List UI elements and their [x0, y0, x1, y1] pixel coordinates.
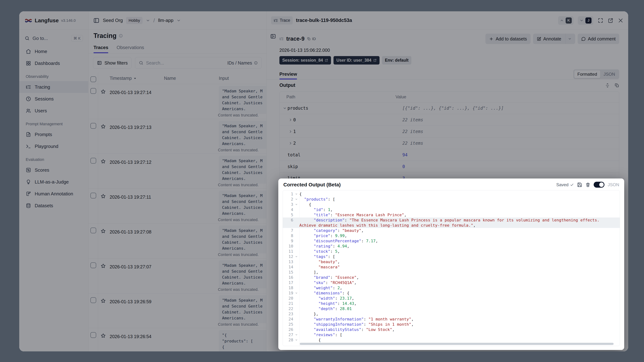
code-line[interactable]: 27 "reviews": [ [283, 332, 620, 338]
select-all-checkbox[interactable] [90, 76, 96, 82]
row-checkbox[interactable] [90, 123, 96, 129]
bookmark-star-icon[interactable] [100, 194, 106, 199]
code-line[interactable]: 24 "warrantyInformation": "1 month warra… [283, 316, 620, 322]
code-line[interactable]: 8 "price": 9.99, [283, 233, 620, 238]
row-checkbox[interactable] [90, 193, 96, 198]
row-checkbox[interactable] [90, 297, 96, 303]
open-in-new-icon[interactable] [608, 18, 614, 23]
row-checkbox[interactable] [90, 88, 96, 94]
bookmark-star-icon[interactable] [100, 124, 106, 130]
annotate-dropdown-chevron-icon[interactable] [568, 37, 572, 40]
fold-chevron-icon[interactable] [295, 255, 298, 258]
chevron-right-icon[interactable] [288, 130, 293, 134]
bookmark-star-icon[interactable] [100, 228, 106, 234]
output-row[interactable]: products [{"id": ...}, {"id": ...}, {"id… [280, 102, 619, 114]
code-line[interactable]: 6 "description": "The Essence Mascara La… [283, 218, 620, 228]
code-line[interactable]: 23 }, [283, 311, 620, 316]
fold-chevron-icon[interactable] [295, 203, 298, 206]
sidebar-item[interactable]: Tracing [19, 81, 88, 93]
prev-trace-button[interactable]: K [558, 16, 574, 25]
code-line[interactable]: 11 "stock": 5, [283, 249, 620, 254]
org-name[interactable]: Seed Org [103, 18, 123, 23]
chevron-right-icon[interactable] [288, 141, 293, 145]
bookmark-star-icon[interactable] [100, 263, 106, 269]
resize-handle-icon[interactable] [605, 83, 610, 88]
next-trace-button[interactable]: J [578, 16, 593, 25]
code-line[interactable]: 26 "availabilityStatus": "Low Stock", [283, 327, 620, 332]
code-line[interactable]: 7 "category": "beauty", [283, 228, 620, 233]
bookmark-star-icon[interactable] [100, 158, 106, 164]
code-line[interactable]: 10 "rating": 4.94, [283, 244, 620, 249]
column-header-input[interactable]: Input [219, 76, 229, 81]
sidebar-item[interactable]: Dashboards [19, 57, 88, 69]
code-line[interactable]: 3 { [283, 202, 620, 207]
sidebar-item[interactable]: Human Annotation [19, 188, 88, 200]
user-badge[interactable]: User ID: user_384 [334, 56, 379, 64]
sidebar-item[interactable]: Users [19, 105, 88, 117]
show-filters-button[interactable]: Show filters [93, 57, 132, 69]
tab[interactable]: Traces [94, 42, 108, 53]
table-row[interactable]: 2026-01-13 19:27:11 "Madam Speaker, Mand… [88, 189, 266, 224]
table-row[interactable]: 2026-01-13 19:27:14 "Madam Speaker, Mand… [88, 84, 266, 119]
add-comment-button[interactable]: Add comment [578, 34, 619, 44]
horizontal-scrollbar[interactable] [300, 343, 614, 345]
column-header-name[interactable]: Name [164, 76, 176, 81]
chevron-down-icon[interactable] [282, 106, 288, 110]
sidebar-item[interactable]: Playground [19, 140, 88, 152]
code-line[interactable]: 2 "products": [ [283, 197, 620, 202]
code-line[interactable]: 15 ], [283, 270, 620, 275]
bookmark-star-icon[interactable] [100, 333, 106, 339]
delete-icon[interactable] [586, 182, 590, 187]
expand-icon[interactable] [598, 18, 603, 23]
code-line[interactable]: 19 "dimensions": { [283, 290, 620, 296]
add-to-datasets-button[interactable]: Add to datasets [486, 34, 530, 44]
sidebar-item[interactable]: Sessions [19, 93, 88, 105]
table-row[interactable]: 2026-01-13 19:27:08 "Madam Speaker, Mand… [88, 224, 266, 258]
sidebar-toggle-icon[interactable] [93, 17, 100, 24]
row-checkbox[interactable] [90, 228, 96, 233]
copy-id-button[interactable]: ID [307, 37, 316, 41]
search-input[interactable]: Search... IDs / Names [135, 57, 262, 69]
table-row[interactable]: 2026-01-13 19:26:59 "Madam Speaker, Mand… [88, 293, 266, 328]
fold-chevron-icon[interactable] [295, 339, 298, 341]
fold-chevron-icon[interactable] [295, 193, 298, 196]
code-line[interactable]: 20 "width": 23.17, [283, 296, 620, 301]
collapse-tree-icon[interactable] [270, 33, 276, 39]
project-switcher-chevron-icon[interactable] [176, 18, 181, 23]
table-row[interactable]: 2026-01-13 19:27:07 "Madam Speaker, Mand… [88, 258, 266, 293]
code-line[interactable]: 9 "discountPercentage": 7.17, [283, 238, 620, 244]
info-icon[interactable] [119, 34, 123, 38]
annotate-button[interactable]: Annotate [533, 34, 575, 44]
output-row[interactable]: total 94 [280, 149, 619, 161]
code-line[interactable]: 17 "sku": "RCH45Q1A", [283, 280, 620, 285]
sidebar-item[interactable]: Scores [19, 164, 88, 176]
org-switcher-chevron-icon[interactable] [146, 18, 150, 23]
session-badge[interactable]: Session: session_84 [280, 56, 331, 64]
code-line[interactable]: 22 "depth": 28.01 [283, 306, 620, 311]
project-name[interactable]: llm-app [158, 18, 173, 23]
code-line[interactable]: 5 "title": "Essence Mascara Lash Prince"… [283, 212, 620, 218]
json-code-editor[interactable]: 1 { 2 "products": [ 3 { 4 [283, 190, 620, 346]
close-icon[interactable] [618, 18, 624, 23]
goto-search-button[interactable]: Go to... ⌘ K [22, 32, 86, 44]
sidebar-item[interactable]: Home [19, 46, 88, 57]
code-line[interactable]: 18 "weight": 2, [283, 285, 620, 290]
table-row[interactable]: 2026-01-13 19:27:12 "Madam Speaker, Mand… [88, 154, 266, 189]
sidebar-item[interactable]: LLM-as-a-Judge [19, 176, 88, 188]
tab-preview[interactable]: Preview [280, 69, 297, 80]
row-checkbox[interactable] [90, 158, 96, 164]
code-line[interactable]: 28 { [283, 338, 620, 342]
table-row[interactable]: 2026-01-13 19:26:54 "{ "products": [ { [88, 328, 266, 352]
sort-desc-icon[interactable] [133, 76, 137, 80]
json-mode-toggle[interactable] [594, 182, 604, 188]
code-line[interactable]: 21 "height": 14.43, [283, 301, 620, 306]
table-row[interactable]: 2026-01-13 19:27:13 "Madam Speaker, Mand… [88, 119, 266, 154]
copy-output-icon[interactable] [614, 83, 619, 88]
output-row[interactable]: 1 22 items [280, 126, 619, 137]
code-line[interactable]: 16 "brand": "Essence", [283, 275, 620, 280]
row-checkbox[interactable] [90, 332, 96, 338]
output-row[interactable]: 0 22 items [280, 114, 619, 126]
code-line[interactable]: 12 "tags": [ [283, 254, 620, 259]
bookmark-star-icon[interactable] [100, 89, 106, 94]
tab[interactable]: Observations [116, 42, 144, 53]
